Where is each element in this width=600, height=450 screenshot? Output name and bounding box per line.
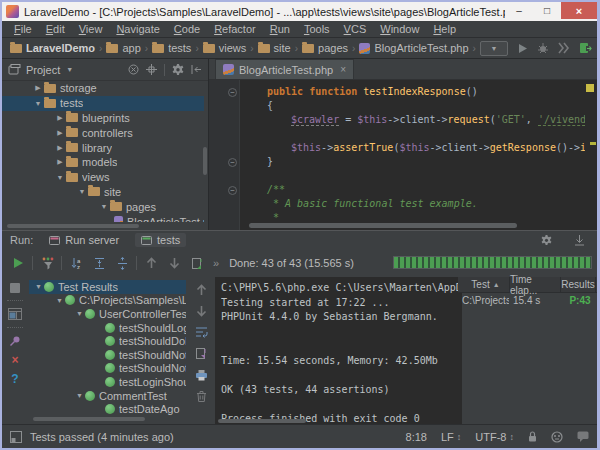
soft-wrap-icon[interactable] — [195, 326, 208, 338]
collapse-arrow-icon[interactable]: ▼ — [76, 188, 88, 195]
column-header-test[interactable]: Test▲ — [458, 277, 510, 292]
run-button[interactable] — [517, 43, 528, 54]
breadcrumb-tests[interactable]: tests — [152, 42, 191, 54]
expand-arrow-icon[interactable]: ▶ — [54, 158, 66, 166]
menu-view[interactable]: View — [73, 23, 109, 35]
previous-failed-test-icon[interactable] — [144, 256, 158, 270]
test-node-testshouldnotdologin1[interactable]: testShouldNotDoL — [29, 348, 186, 362]
inspection-status-icon[interactable] — [586, 84, 594, 92]
run-tab-server[interactable]: Run server — [43, 233, 125, 247]
test-node-commenttest[interactable]: ▼ CommentTest — [29, 389, 186, 403]
tree-item-pages[interactable]: ▼ pages — [2, 199, 204, 214]
hide-passed-filter-icon[interactable] — [40, 256, 54, 270]
down-stacktrace-icon[interactable] — [196, 305, 207, 317]
more-actions-icon[interactable]: » — [213, 257, 219, 269]
tree-item-site[interactable]: ▼ site — [2, 185, 204, 200]
collapse-all-icon[interactable] — [115, 256, 129, 270]
import-test-results-icon[interactable] — [190, 256, 204, 270]
test-node-testshoulddologin[interactable]: testShouldDoLogi — [29, 334, 186, 348]
collapse-arrow-icon[interactable]: ▼ — [32, 100, 44, 107]
expand-all-icon[interactable] — [92, 256, 106, 270]
test-node-root[interactable]: ▼ Test Results — [29, 280, 186, 294]
collapse-arrow-icon[interactable]: ▼ — [54, 297, 65, 304]
encoding-selector[interactable]: UTF-8↕ — [475, 431, 514, 443]
tab-close-icon[interactable]: × — [340, 64, 346, 75]
expand-arrow-icon[interactable]: ▶ — [54, 144, 66, 152]
collapse-arrow-icon[interactable]: ▼ — [74, 310, 85, 317]
fold-icon[interactable]: − — [228, 186, 237, 195]
clear-console-icon[interactable] — [196, 390, 207, 402]
editor-horizontal-scrollbar[interactable] — [249, 223, 517, 228]
statistics-row[interactable]: C:\Projects 15.4 s P:43 — [458, 293, 597, 308]
up-stacktrace-icon[interactable] — [196, 284, 207, 296]
minimize-button[interactable]: – — [505, 3, 533, 18]
debug-button[interactable] — [537, 42, 549, 54]
console-output[interactable]: C:\PHP\5.6\php.exe C:\Users\Maarten\AppD… — [215, 277, 462, 425]
tree-item-library[interactable]: ▶ library — [2, 140, 204, 155]
project-vertical-scrollbar[interactable] — [203, 147, 207, 175]
tree-item-blogarticletest[interactable]: BlogArticleTest.php — [2, 214, 204, 222]
collapse-arrow-icon[interactable]: ▼ — [74, 392, 85, 399]
breadcrumb-app[interactable]: app — [106, 42, 140, 54]
test-node-testloginshouldredirect[interactable]: testLoginShouldR — [29, 375, 186, 389]
menu-code[interactable]: Code — [168, 23, 206, 35]
collapse-arrow-icon[interactable]: ▼ — [98, 203, 110, 210]
project-horizontal-scrollbar[interactable] — [7, 224, 139, 228]
column-header-time[interactable]: Time elap... — [510, 277, 561, 292]
run-tab-tests[interactable]: tests — [135, 233, 186, 247]
test-node-usercontrollertest[interactable]: ▼ UserControllerTest — [29, 307, 186, 321]
toolwindow-switcher-icon[interactable] — [10, 431, 22, 443]
menu-vcs[interactable]: VCS — [338, 23, 373, 35]
menu-refactor[interactable]: Refactor — [208, 23, 262, 35]
settings-gear-icon[interactable] — [172, 64, 184, 76]
pin-tab-icon[interactable] — [9, 335, 21, 347]
tree-item-storage[interactable]: ▶ storage — [2, 81, 204, 96]
tree-item-models[interactable]: ▶ models — [2, 155, 204, 170]
breadcrumb-project[interactable]: LaravelDemo — [10, 42, 95, 54]
test-node-testshouldnotdologin2[interactable]: testShouldNotDoL — [29, 362, 186, 376]
breadcrumb-file[interactable]: BlogArticleTest.php — [359, 42, 468, 54]
menu-navigate[interactable]: Navigate — [110, 23, 165, 35]
collapse-arrow-icon[interactable]: ▼ — [54, 174, 66, 181]
test-node-testshouldlogin[interactable]: testShouldLogin — [29, 321, 186, 335]
menu-help[interactable]: Help — [427, 23, 462, 35]
next-failed-test-icon[interactable] — [167, 256, 181, 270]
print-icon[interactable] — [195, 369, 208, 381]
close-panel-icon[interactable]: × — [11, 354, 18, 366]
caret-position[interactable]: 8:18 — [406, 431, 427, 443]
editor-tab-blogarticletest[interactable]: BlogArticleTest.php × — [215, 59, 354, 79]
breadcrumb-pages[interactable]: pages — [302, 42, 348, 54]
fold-icon[interactable]: − — [228, 88, 237, 97]
expand-arrow-icon[interactable]: ▶ — [54, 114, 66, 122]
run-configuration-dropdown[interactable]: ▼ — [480, 41, 508, 56]
scroll-to-end-icon[interactable] — [195, 347, 207, 360]
maximize-button[interactable]: □ — [533, 3, 561, 18]
event-log-bubble-icon[interactable] — [577, 431, 589, 442]
expand-arrow-icon[interactable]: ▶ — [32, 84, 44, 92]
fold-icon[interactable]: − — [228, 158, 237, 167]
coverage-button[interactable] — [558, 42, 570, 54]
menu-run[interactable]: Run — [264, 23, 296, 35]
breadcrumb-views[interactable]: views — [203, 42, 247, 54]
expand-arrow-icon[interactable]: ▶ — [54, 129, 66, 137]
minimize-panel-icon[interactable] — [574, 235, 585, 246]
stop-button[interactable] — [10, 283, 20, 293]
menu-tools[interactable]: Tools — [298, 23, 336, 35]
hector-inspector-icon[interactable] — [551, 431, 563, 443]
line-separator-selector[interactable]: LF↕ — [441, 431, 461, 443]
scroll-from-source-icon[interactable] — [146, 64, 157, 75]
menu-window[interactable]: Window — [374, 23, 425, 35]
lock-icon[interactable] — [528, 431, 537, 442]
collapse-all-icon[interactable] — [128, 64, 139, 75]
collapse-arrow-icon[interactable]: ▼ — [33, 283, 44, 290]
panel-settings-gear-icon[interactable] — [541, 235, 552, 246]
console-horizontal-scrollbar[interactable] — [218, 419, 306, 423]
project-panel-title[interactable]: Project — [26, 64, 60, 76]
test-node-suite[interactable]: ▼ C:\Projects\Samples\Larav — [29, 294, 186, 308]
breadcrumb-site[interactable]: site — [258, 42, 291, 54]
tree-item-tests[interactable]: ▼ tests — [2, 96, 204, 111]
sort-alphabetically-icon[interactable]: az — [69, 256, 83, 270]
hide-panel-icon[interactable] — [191, 64, 202, 75]
column-header-results[interactable]: Results — [561, 277, 596, 292]
rerun-tests-button[interactable] — [11, 256, 25, 270]
